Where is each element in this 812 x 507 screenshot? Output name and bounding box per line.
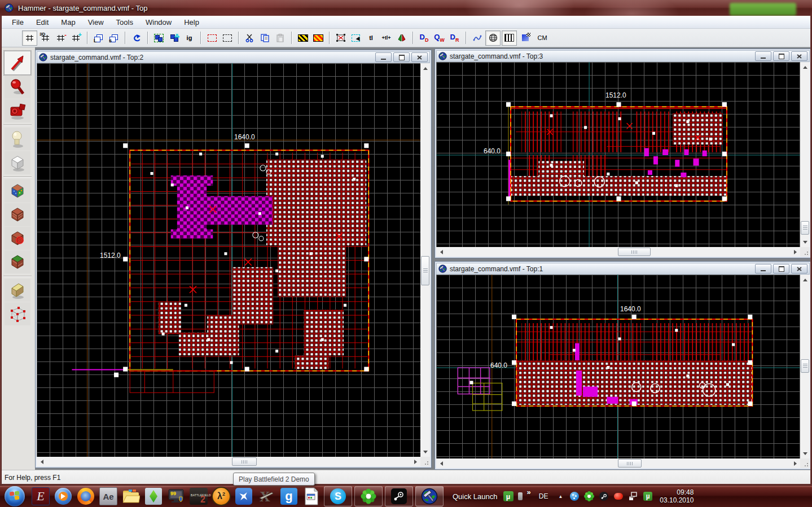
tool-toggle-texture-application[interactable]: [5, 179, 30, 202]
copy-button[interactable]: [258, 31, 272, 45]
horizontal-scrollbar[interactable]: [436, 458, 800, 468]
viewport-window-top1[interactable]: stargate_command.vmf - Top:1: [434, 261, 811, 470]
texture-scale-lock-button[interactable]: +tl+: [379, 31, 393, 45]
taskbar-icon-sims[interactable]: [144, 487, 163, 506]
menu-help[interactable]: Help: [178, 17, 205, 28]
vertical-scrollbar[interactable]: [420, 63, 430, 457]
flip-objects-button[interactable]: [394, 31, 409, 45]
tray-icon-utorrent[interactable]: µ: [643, 491, 653, 501]
taskbar-icon-battlefield2[interactable]: 2 BATTLEFIELD: [189, 487, 208, 506]
cut-button[interactable]: [243, 31, 257, 45]
scroll-right-arrow[interactable]: [411, 457, 420, 466]
menu-map[interactable]: Map: [55, 17, 81, 28]
texture-application-button[interactable]: [518, 31, 532, 45]
viewport-window-top2[interactable]: stargate_command.vmf - Top:2: [35, 50, 432, 468]
quicklaunch-icon-utorrent[interactable]: µ: [503, 491, 513, 501]
viewport-2d-top2[interactable]: 1640.0 1512.0: [37, 63, 420, 457]
carve-button[interactable]: [152, 31, 166, 45]
taskbar-icon-half-life2[interactable]: λ2: [212, 487, 231, 506]
restore-button[interactable]: [773, 264, 789, 274]
taskbar-icon-firefox[interactable]: [76, 487, 95, 506]
minimize-button[interactable]: [755, 264, 771, 274]
scrollbar-thumb[interactable]: [618, 248, 651, 256]
taskbar-icon-airplane[interactable]: [234, 487, 253, 506]
horizontal-scrollbar[interactable]: [436, 247, 800, 257]
tool-apply-current-texture[interactable]: [5, 203, 30, 226]
tool-vertex-manipulation[interactable]: [5, 302, 30, 325]
child-titlebar[interactable]: stargate_command.vmf - Top:3: [436, 50, 810, 62]
vertical-scrollbar[interactable]: [800, 62, 810, 247]
toggle-3d-grid-button[interactable]: 3D: [38, 31, 52, 45]
save-window-state-button[interactable]: s: [107, 31, 121, 45]
close-button[interactable]: [411, 52, 428, 62]
taskbar-icon-explorer-folder[interactable]: [121, 487, 141, 506]
minimize-button[interactable]: [375, 52, 392, 62]
make-hollow-button[interactable]: ⁂: [167, 31, 181, 45]
taskbar-button-skype[interactable]: S: [324, 486, 352, 506]
split-face-button[interactable]: [470, 31, 484, 45]
tool-camera[interactable]: [5, 99, 30, 122]
larger-grid-button[interactable]: +: [69, 31, 83, 45]
language-indicator[interactable]: DE: [539, 492, 548, 500]
scroll-left-arrow[interactable]: [436, 458, 446, 468]
start-button[interactable]: [5, 486, 25, 506]
scrollbar-thumb[interactable]: [801, 221, 809, 235]
vertical-scrollbar[interactable]: [800, 275, 810, 458]
quicklaunch-icon-clipped[interactable]: [518, 491, 523, 501]
toggle-auto-selection-button[interactable]: [349, 31, 363, 45]
tool-clipping[interactable]: [5, 279, 30, 302]
ignore-groups-button[interactable]: ig: [182, 31, 196, 45]
taskbar-button-icq[interactable]: [354, 486, 383, 506]
scrollbar-thumb[interactable]: [421, 256, 429, 285]
tool-apply-decals[interactable]: [5, 227, 30, 250]
child-titlebar[interactable]: stargate_command.vmf - Top:1: [436, 263, 810, 275]
displacement-mask-solid-button[interactable]: DD: [417, 31, 431, 45]
taskbar-icon-xplane[interactable]: X: [257, 487, 276, 506]
scrollbar-thumb[interactable]: [618, 459, 642, 468]
scroll-down-arrow[interactable]: [800, 237, 810, 247]
load-window-state-button[interactable]: L: [91, 31, 106, 45]
scroll-left-arrow[interactable]: [37, 457, 46, 466]
taskbar-icon-document[interactable]: [302, 487, 321, 506]
scrollbar-thumb[interactable]: [232, 457, 257, 466]
scrollbar-thumb[interactable]: [801, 359, 809, 373]
tool-magnify[interactable]: [5, 76, 30, 99]
tray-expand-arrow[interactable]: ▲: [558, 494, 563, 499]
taskbar-icon-encarta[interactable]: E: [31, 487, 50, 506]
tray-icon-steam[interactable]: [599, 491, 609, 501]
group-button[interactable]: [205, 31, 219, 45]
window-titlebar[interactable]: Hammer - stargate_command.vmf - Top: [0, 0, 812, 16]
tray-icon-blue-ball[interactable]: [569, 491, 580, 501]
tray-icon-icq[interactable]: [584, 491, 594, 501]
tool-block[interactable]: [5, 151, 30, 174]
restore-button[interactable]: [393, 52, 410, 62]
child-titlebar[interactable]: stargate_command.vmf - Top:2: [37, 51, 430, 63]
toggle-grid-button[interactable]: [22, 30, 37, 46]
scroll-right-arrow[interactable]: [791, 247, 800, 257]
scroll-down-arrow[interactable]: [800, 449, 810, 458]
minimize-button[interactable]: [755, 51, 771, 61]
model-render-toggle-button[interactable]: [485, 30, 501, 46]
close-button[interactable]: [791, 51, 807, 61]
displacement-mask-walkable-button[interactable]: QW: [432, 31, 446, 45]
cm-toggle-button[interactable]: CM: [533, 31, 551, 45]
scroll-up-arrow[interactable]: [420, 63, 430, 73]
taskbar-icon-media-player[interactable]: [54, 487, 73, 506]
taskbar-icon-garrys-mod[interactable]: g: [279, 487, 299, 506]
menu-view[interactable]: View: [82, 17, 110, 28]
tray-clock[interactable]: 09:48 03.10.2010: [660, 488, 694, 504]
edit-cordon-button[interactable]: [311, 31, 325, 45]
horizontal-scrollbar[interactable]: [37, 457, 420, 466]
tool-overlay[interactable]: [5, 250, 30, 274]
restore-button[interactable]: [773, 51, 789, 61]
viewport-2d-top1[interactable]: 1640.0 640.0: [436, 275, 800, 458]
texture-lock-button[interactable]: tl: [364, 31, 378, 45]
taskbar-icon-after-effects[interactable]: Ae: [99, 487, 118, 506]
viewport-2d-top3[interactable]: 1512.0 640.0: [436, 62, 800, 247]
tray-icon-hamachi[interactable]: [613, 491, 624, 501]
scroll-up-arrow[interactable]: [800, 275, 810, 284]
quicklaunch-overflow-chevron[interactable]: »: [527, 488, 531, 496]
taskbar-button-hammer-active[interactable]: [415, 486, 444, 506]
smaller-grid-button[interactable]: -: [54, 31, 68, 45]
tool-selection[interactable]: [4, 51, 31, 75]
